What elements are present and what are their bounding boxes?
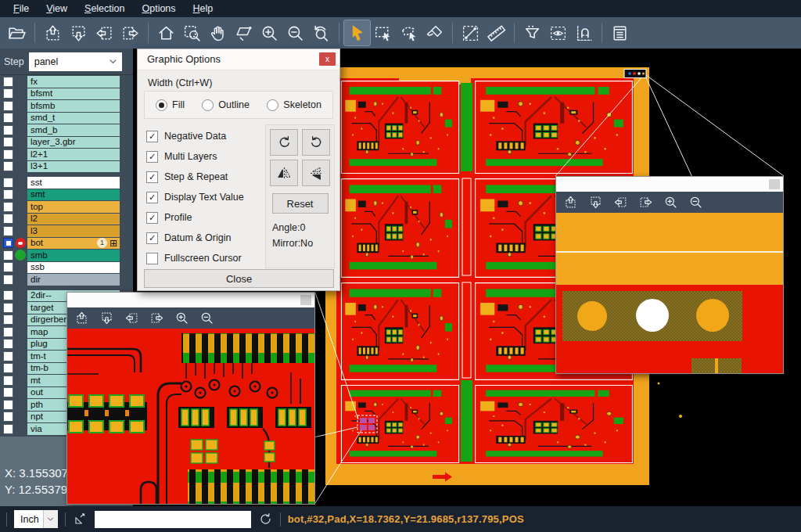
layer-row-bfsmt[interactable]: bfsmt xyxy=(0,88,133,100)
checkbox-datum-origin[interactable]: ✓Datum & Origin xyxy=(146,228,244,248)
layer-name-fx[interactable]: fx xyxy=(27,76,120,88)
pan-right-button[interactable] xyxy=(149,311,164,325)
layer-row-top[interactable]: top xyxy=(0,201,133,213)
pan-left-button[interactable] xyxy=(613,195,628,210)
refresh-icon[interactable] xyxy=(258,512,273,527)
pan-up-button[interactable] xyxy=(40,20,66,45)
menu-item-options[interactable]: Options xyxy=(133,3,184,14)
corner-snap-icon[interactable] xyxy=(73,512,88,527)
close-button[interactable]: Close xyxy=(144,269,334,288)
filter-button[interactable] xyxy=(519,20,545,45)
layer-visibility-checkbox-npt[interactable] xyxy=(3,412,13,422)
pan-left-button[interactable] xyxy=(124,311,139,325)
reset-button[interactable]: Reset xyxy=(272,193,329,214)
layer-row-l3[interactable]: l3 xyxy=(0,225,133,237)
checkbox-box[interactable] xyxy=(146,253,158,264)
checkbox-profile[interactable]: ✓Profile xyxy=(146,207,244,228)
layer-name-smt[interactable]: smt xyxy=(27,189,120,201)
layer-name-l3+1[interactable]: l3+1 xyxy=(27,161,120,173)
layer-row-smt[interactable]: smt xyxy=(0,189,133,201)
pan-up-button[interactable] xyxy=(563,195,578,210)
layer-visibility-checkbox-top[interactable] xyxy=(3,202,13,212)
zoom-home-button[interactable] xyxy=(153,20,179,45)
layer-name-bfsmb[interactable]: bfsmb xyxy=(27,100,120,112)
step-dropdown[interactable]: panel xyxy=(29,52,122,71)
rotate-cw-button[interactable] xyxy=(270,129,298,156)
select-rectangle-button[interactable] xyxy=(370,20,396,45)
checkbox-box[interactable]: ✓ xyxy=(146,171,158,183)
view-filter-button[interactable] xyxy=(545,20,571,45)
layer-visibility-checkbox-dir[interactable] xyxy=(3,275,13,285)
layer-visibility-checkbox-map[interactable] xyxy=(3,327,13,337)
zoom-out-button[interactable] xyxy=(282,20,308,45)
dialog-titlebar[interactable]: Graphic Options x xyxy=(138,49,339,70)
checkbox-box[interactable]: ✓ xyxy=(146,131,158,142)
layer-row-l3+1[interactable]: l3+1 xyxy=(0,161,133,173)
layer-visibility-checkbox-via[interactable] xyxy=(3,424,13,434)
pan-down-button[interactable] xyxy=(66,20,92,45)
layer-visibility-checkbox-tm-b[interactable] xyxy=(3,363,13,373)
layer-visibility-checkbox-smb[interactable] xyxy=(3,250,13,261)
checkbox-multi-layers[interactable]: ✓Multi Layers xyxy=(146,146,244,167)
magnifier-2-window-button[interactable] xyxy=(769,179,780,189)
unit-dropdown[interactable]: Inch xyxy=(14,510,58,528)
layer-name-l2[interactable]: l2 xyxy=(27,214,120,225)
magnifier-2-titlebar[interactable] xyxy=(556,177,783,192)
select-polygon-button[interactable] xyxy=(396,20,422,45)
layer-row-smd_t[interactable]: smd_t xyxy=(0,113,133,124)
measure-button[interactable] xyxy=(458,20,483,45)
pan-up-button[interactable] xyxy=(74,311,89,325)
radio-outline[interactable]: Outline xyxy=(202,99,250,111)
layer-name-smd_t[interactable]: smd_t xyxy=(27,113,120,124)
checkbox-fullscreen-cursor[interactable]: Fullscreen Cursor xyxy=(146,248,244,268)
layer-row-l2[interactable]: l2 xyxy=(0,214,133,225)
layer-name-ssb[interactable]: ssb xyxy=(27,262,120,274)
checkbox-negative-data[interactable]: ✓Negative Data xyxy=(146,126,244,146)
ruler-button[interactable] xyxy=(483,20,509,45)
layer-visibility-checkbox-tm-t[interactable] xyxy=(3,351,13,361)
layer-row-fx[interactable]: fx xyxy=(0,76,133,88)
layer-name-l3[interactable]: l3 xyxy=(27,225,120,237)
checkbox-box[interactable]: ✓ xyxy=(146,151,158,163)
zoom-previous-button[interactable] xyxy=(308,20,334,45)
layer-visibility-checkbox-smd_t[interactable] xyxy=(3,113,13,123)
layer-row-bot[interactable]: bot1⊞ xyxy=(0,238,133,250)
menu-item-view[interactable]: View xyxy=(38,3,76,14)
layer-visibility-checkbox-plug[interactable] xyxy=(3,339,13,349)
magnifier-1-titlebar[interactable] xyxy=(67,293,314,307)
rotate-ccw-button[interactable] xyxy=(302,129,330,156)
layer-visibility-checkbox-smt[interactable] xyxy=(3,189,13,200)
layer-visibility-checkbox-smd_b[interactable] xyxy=(3,125,13,135)
pan-down-button[interactable] xyxy=(99,311,114,325)
layer-row-ssb[interactable]: ssb xyxy=(0,262,133,274)
layer-visibility-checkbox-bfsmt[interactable] xyxy=(3,88,13,99)
command-input[interactable] xyxy=(95,511,251,528)
layer-row-smd_b[interactable]: smd_b xyxy=(0,124,133,136)
zoom-in-button[interactable] xyxy=(174,311,189,325)
layer-name-dir[interactable]: dir xyxy=(27,274,120,286)
layer-visibility-checkbox-bot[interactable] xyxy=(3,238,13,248)
zoom-polygon-button[interactable] xyxy=(231,20,257,45)
close-icon[interactable]: x xyxy=(319,52,336,66)
open-button[interactable] xyxy=(4,20,30,45)
layer-visibility-checkbox-mt[interactable] xyxy=(3,376,13,386)
zoom-window-button[interactable] xyxy=(179,20,205,45)
zoom-out-button[interactable] xyxy=(688,195,703,210)
layer-name-smb[interactable]: smb xyxy=(27,250,120,261)
layer-visibility-checkbox-l2+1[interactable] xyxy=(3,149,13,160)
layer-visibility-checkbox-out[interactable] xyxy=(3,387,13,397)
radio-fill[interactable]: Fill xyxy=(156,99,185,111)
report-button[interactable] xyxy=(607,20,633,45)
layer-visibility-checkbox-dirgerber[interactable] xyxy=(3,315,13,325)
magnifier-1-view[interactable] xyxy=(67,329,314,504)
zoom-in-button[interactable] xyxy=(257,20,282,45)
layer-visibility-checkbox-bfsmb[interactable] xyxy=(3,101,13,111)
mirror-horizontal-button[interactable] xyxy=(270,160,298,186)
layer-row-smb[interactable]: smb xyxy=(0,250,133,261)
zoom-in-button[interactable] xyxy=(663,195,678,210)
checkbox-step-repeat[interactable]: ✓Step & Repeat xyxy=(146,167,244,187)
menu-item-selection[interactable]: Selection xyxy=(76,3,133,14)
layer-visibility-checkbox-sst[interactable] xyxy=(3,178,13,188)
checkbox-box[interactable]: ✓ xyxy=(146,232,158,244)
layer-name-sst[interactable]: sst xyxy=(27,177,120,189)
